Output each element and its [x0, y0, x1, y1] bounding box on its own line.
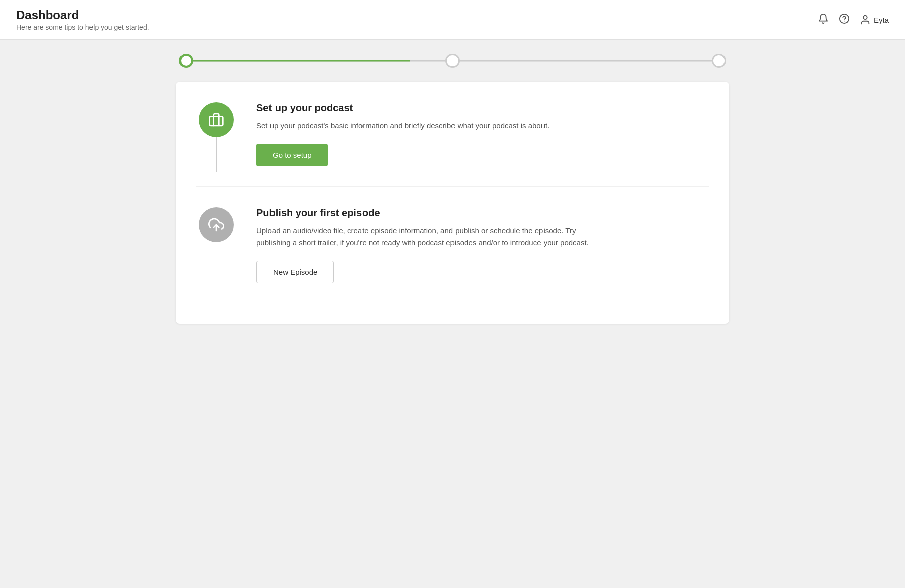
step-publish-desc: Upload an audio/video file, create episo…	[256, 225, 598, 249]
progress-track	[186, 60, 719, 62]
go-to-setup-button[interactable]: Go to setup	[256, 144, 328, 166]
header-right: Eyta	[818, 13, 889, 27]
progress-line-active	[186, 60, 410, 62]
step-publish-icon-col	[196, 207, 236, 242]
step-setup: Set up your podcast Set up your podcast'…	[196, 82, 709, 187]
upload-icon	[208, 217, 224, 233]
svg-rect-3	[210, 116, 223, 126]
briefcase-icon	[208, 112, 224, 128]
step-publish-content: Publish your first episode Upload an aud…	[256, 207, 709, 283]
header: Dashboard Here are some tips to help you…	[0, 0, 905, 40]
user-name: Eyta	[874, 16, 889, 24]
step-publish-circle	[199, 207, 234, 242]
page-title: Dashboard	[16, 8, 149, 22]
step-publish-title: Publish your first episode	[256, 207, 709, 219]
steps-card: Set up your podcast Set up your podcast'…	[176, 82, 729, 324]
header-subtitle: Here are some tips to help you get start…	[16, 23, 149, 31]
header-left: Dashboard Here are some tips to help you…	[16, 8, 149, 31]
step-publish: Publish your first episode Upload an aud…	[196, 187, 709, 304]
step-connector-1	[216, 137, 217, 172]
step-setup-desc: Set up your podcast's basic information …	[256, 120, 598, 132]
step-setup-title: Set up your podcast	[256, 102, 709, 114]
progress-bar	[176, 60, 729, 62]
step-setup-content: Set up your podcast Set up your podcast'…	[256, 102, 709, 166]
progress-step-2	[445, 54, 460, 68]
main-content: Set up your podcast Set up your podcast'…	[0, 40, 905, 344]
step-setup-icon-col	[196, 102, 236, 137]
progress-step-3	[712, 54, 726, 68]
help-icon[interactable]	[839, 13, 850, 27]
step-setup-circle	[199, 102, 234, 137]
person-icon	[860, 14, 871, 25]
svg-point-2	[863, 16, 867, 19]
notification-icon[interactable]	[818, 13, 829, 27]
new-episode-button[interactable]: New Episode	[256, 261, 334, 283]
progress-step-1	[179, 54, 193, 68]
user-menu[interactable]: Eyta	[860, 14, 889, 25]
